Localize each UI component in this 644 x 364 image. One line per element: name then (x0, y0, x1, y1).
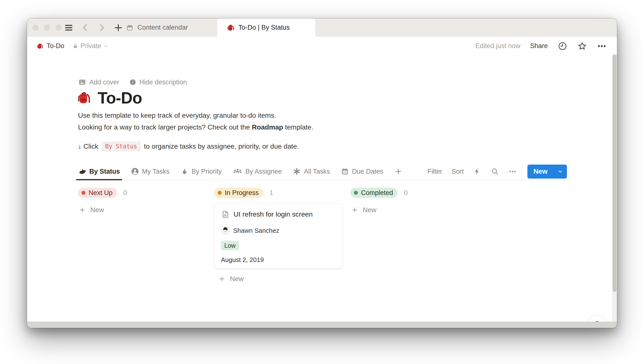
traffic-lights (33, 18, 62, 37)
add-card-label: New (230, 275, 244, 283)
column-header[interactable]: Next Up 0 (78, 188, 207, 198)
view-more-icon[interactable] (508, 167, 517, 176)
status-dot (218, 191, 222, 195)
card-title: UI refresh for login screen (234, 210, 313, 218)
tab-label: Content calendar (138, 24, 188, 32)
card-due-date: August 2, 2019 (221, 256, 336, 264)
new-button[interactable]: New (527, 164, 567, 178)
callout-prefix: ↓ Click (78, 142, 98, 150)
flame-icon (180, 167, 189, 176)
page-meta-controls: Add cover Hide description (78, 78, 187, 86)
column-header[interactable]: Completed 0 (350, 188, 479, 198)
status-dot (82, 191, 86, 195)
page-header: To-Do Private Edited just now Share (27, 37, 617, 55)
add-card-label: New (363, 206, 376, 214)
add-view-icon[interactable] (394, 167, 402, 176)
column-header[interactable]: In Progress 1 (214, 188, 343, 198)
tab-label: To-Do | By Status (238, 24, 290, 32)
more-options-icon[interactable] (597, 41, 607, 51)
description-line-2: Looking for a way to track larger projec… (78, 124, 313, 131)
forward-icon[interactable] (97, 23, 106, 32)
minimize-window-button[interactable] (44, 24, 50, 31)
new-button-dropdown[interactable] (553, 164, 567, 178)
back-icon[interactable] (81, 23, 90, 32)
priority-pill-low: Low (221, 241, 239, 250)
share-button[interactable]: Share (530, 42, 548, 50)
automation-lightning-icon[interactable] (473, 167, 481, 176)
edited-status: Edited just now (475, 42, 520, 50)
column-in-progress: In Progress 1 UI refresh for login scree… (214, 188, 343, 283)
assignee-name: Shawn Sanchez (233, 227, 279, 234)
view-tab-all-tasks[interactable]: All Tasks (293, 162, 330, 180)
view-tab-label: My Tasks (142, 168, 170, 176)
due-dates-calendar-icon (341, 167, 349, 176)
backpack-icon[interactable] (77, 91, 91, 105)
notion-window: Content calendar To-Do | By Status To-Do… (27, 18, 617, 328)
card-title-row: UI refresh for login screen (221, 210, 336, 219)
task-card[interactable]: UI refresh for login screen Shawn Sanche… (214, 203, 343, 268)
view-tab-my-tasks[interactable]: My Tasks (131, 162, 170, 180)
history-clock-icon[interactable] (558, 41, 567, 51)
view-tab-by-status[interactable]: By Status (78, 162, 120, 180)
cover-image-icon (78, 78, 86, 86)
calendar-icon (126, 24, 134, 32)
asterisk-icon (293, 167, 301, 176)
view-tab-label: By Status (89, 168, 120, 176)
sort-button[interactable]: Sort (452, 168, 464, 176)
roadmap-link[interactable]: Roadmap (252, 124, 283, 131)
add-card-button[interactable]: New (79, 206, 207, 214)
page-title-row: To-Do (77, 88, 142, 107)
column-count: 0 (124, 189, 127, 197)
window-tab-bar: Content calendar To-Do | By Status (27, 18, 617, 37)
view-tab-label: By Priority (192, 168, 222, 176)
hide-description-button[interactable]: Hide description (129, 78, 187, 86)
view-tab-by-priority[interactable]: By Priority (180, 162, 222, 180)
backpack-icon (227, 24, 234, 32)
help-button[interactable]: ? (588, 315, 606, 322)
column-completed: Completed 0 New (350, 188, 479, 214)
views-toolbar: By Status My Tasks B (78, 162, 567, 180)
page-title[interactable]: To-Do (98, 88, 142, 107)
zoom-window-button[interactable] (56, 24, 62, 31)
column-count: 0 (404, 189, 408, 197)
sidebar-menu-icon[interactable] (64, 23, 74, 32)
description-text: Looking for a way to track larger projec… (78, 124, 252, 131)
tab-todo-by-status[interactable]: To-Do | By Status (217, 18, 315, 37)
close-window-button[interactable] (33, 24, 39, 31)
search-icon[interactable] (491, 167, 499, 176)
status-label: Completed (361, 189, 393, 197)
column-next-up: Next Up 0 New (78, 188, 207, 214)
plus-icon (79, 206, 86, 214)
page-doc-icon (221, 210, 230, 219)
add-card-button[interactable]: New (218, 275, 343, 283)
scrollbar-thumb[interactable] (612, 54, 616, 292)
breadcrumb: To-Do Private (37, 42, 109, 50)
privacy-dropdown[interactable]: Private (72, 42, 109, 50)
add-cover-button[interactable]: Add cover (78, 78, 119, 86)
add-cover-label: Add cover (89, 78, 119, 86)
callout-suffix: to organize tasks by assignee, priority,… (144, 142, 299, 150)
status-dot (354, 191, 358, 195)
view-tab-by-assignee[interactable]: By Assignee (233, 162, 282, 180)
status-pill-next-up[interactable]: Next Up (78, 188, 117, 198)
view-tab-due-dates[interactable]: Due Dates (341, 162, 383, 180)
status-pill-in-progress[interactable]: In Progress (214, 188, 263, 198)
add-card-button[interactable]: New (351, 206, 479, 214)
view-tab-label: By Assignee (245, 168, 282, 176)
tab-content-calendar[interactable]: Content calendar (126, 18, 188, 37)
chevron-down-icon (103, 44, 109, 49)
chevron-down-icon (557, 168, 563, 175)
board-view-pepper-icon (78, 167, 86, 176)
kanban-board: Next Up 0 New In (78, 188, 567, 320)
favorite-star-icon[interactable] (577, 41, 587, 51)
status-label: In Progress (225, 189, 259, 197)
view-tabs: By Status My Tasks B (78, 162, 402, 180)
filter-button[interactable]: Filter (427, 168, 442, 176)
priority-label: Low (224, 242, 236, 249)
new-tab-icon[interactable] (113, 23, 123, 32)
status-pill-completed[interactable]: Completed (350, 188, 398, 198)
assignee-avatar (221, 226, 230, 235)
person-icon (131, 167, 139, 176)
breadcrumb-title[interactable]: To-Do (47, 42, 64, 50)
horizontal-scrollbar-track[interactable] (27, 322, 617, 328)
